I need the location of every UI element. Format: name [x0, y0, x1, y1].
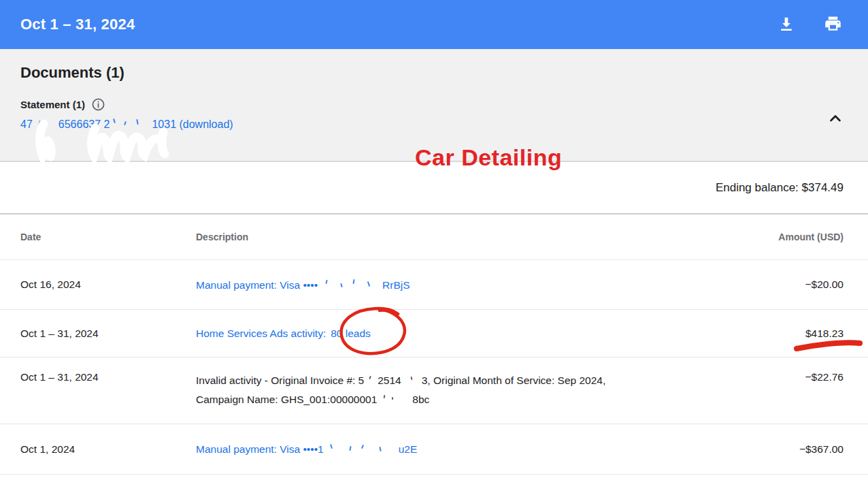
transaction-date: Oct 1, 2024	[20, 443, 196, 456]
erased-text-mark	[340, 283, 342, 287]
erased-text-mark	[361, 445, 364, 449]
transaction-date: Oct 16, 2024	[20, 279, 196, 291]
ads-activity-link[interactable]: Home Services Ads activity: 80 leads	[196, 328, 371, 340]
erased-text-gap	[33, 117, 59, 128]
collapse-section-button[interactable]	[826, 109, 845, 130]
erased-text-mark	[353, 279, 355, 284]
statement-row: Statement (1)	[20, 97, 844, 112]
erased-text-mark	[384, 394, 386, 398]
erased-text-mark	[349, 446, 351, 451]
table-header-row: Date Description Amount (USD)	[0, 214, 868, 260]
erased-text-gap	[318, 278, 382, 289]
chevron-up-icon	[826, 120, 845, 130]
erased-text-gap	[364, 374, 378, 385]
header-actions	[778, 14, 842, 35]
erased-text-mark	[325, 280, 328, 284]
campaign-name-text: Campaign Name: GHS_001:00000001	[196, 390, 377, 409]
info-icon[interactable]	[91, 97, 105, 112]
invalid-activity-text: 3, Original Month of Service: Sep 2024,	[422, 371, 606, 390]
column-header-description: Description	[196, 232, 714, 242]
invalid-activity-line1: Invalid activity - Original Invoice #: 5…	[196, 371, 714, 390]
campaign-name-text: 8bc	[412, 390, 429, 409]
transactions-table: Date Description Amount (USD) Oct 16, 20…	[0, 213, 868, 475]
date-range-header: Oct 1 – 31, 2024	[0, 0, 868, 49]
payment-link-text: Manual payment: Visa ••••	[196, 279, 318, 291]
column-header-date: Date	[20, 232, 196, 242]
erased-text-mark	[367, 281, 371, 287]
invalid-activity-text: 2514	[378, 371, 401, 390]
erased-text-mark	[410, 376, 412, 379]
erased-text-mark	[392, 396, 394, 399]
print-button[interactable]	[824, 14, 842, 35]
erased-text-mark	[38, 121, 41, 126]
erased-text-gap	[324, 443, 399, 454]
transaction-description: Manual payment: Visa ••••1 u2E	[196, 443, 714, 456]
transaction-amount: −$20.00	[714, 279, 844, 291]
table-row: Oct 1 – 31, 2024 Home Services Ads activ…	[0, 310, 868, 357]
date-range-title: Oct 1 – 31, 2024	[20, 16, 135, 33]
statement-link-text: 6566637 2	[59, 118, 110, 131]
statement-download-link[interactable]: 47 6566637 2 1031 (download)	[20, 117, 233, 131]
download-button[interactable]	[778, 15, 795, 35]
transaction-description: Home Services Ads activity: 80 leads	[196, 328, 714, 340]
transaction-date: Oct 1 – 31, 2024	[20, 371, 196, 383]
manual-payment-link[interactable]: Manual payment: Visa •••• RrBjS	[196, 278, 410, 291]
transaction-amount: $418.23	[714, 328, 844, 340]
erased-text-gap	[377, 393, 412, 404]
documents-section: Documents (1) Statement (1) 47 6566637 2	[0, 49, 868, 162]
erased-text-mark	[369, 375, 371, 379]
car-detailing-annotation: Car Detailing	[415, 144, 562, 171]
payment-link-text: RrBjS	[382, 279, 410, 291]
payment-link-text: u2E	[399, 443, 418, 456]
invalid-activity-line2: Campaign Name: GHS_001:00000001 8bc	[196, 390, 714, 409]
column-header-amount: Amount (USD)	[714, 232, 844, 242]
table-row: Oct 1 – 31, 2024 Invalid activity - Orig…	[0, 357, 868, 424]
transaction-description: Manual payment: Visa •••• RrBjS	[196, 278, 714, 291]
erased-text-mark	[113, 118, 116, 123]
table-row: Oct 1, 2024 Manual payment: Visa ••••1 u…	[0, 424, 868, 475]
erased-text-gap	[401, 374, 422, 385]
transaction-amount: −$367.00	[714, 443, 844, 456]
erased-text-gap	[110, 117, 152, 128]
transaction-description: Invalid activity - Original Invoice #: 5…	[196, 371, 714, 409]
transaction-amount: −$22.76	[714, 371, 844, 383]
documents-section-title: Documents (1)	[20, 64, 844, 82]
leads-count-text: 80 leads	[331, 328, 371, 340]
print-icon	[824, 14, 842, 35]
manual-payment-link[interactable]: Manual payment: Visa ••••1 u2E	[196, 443, 417, 456]
transaction-date: Oct 1 – 31, 2024	[20, 328, 196, 340]
erased-text-mark	[137, 119, 139, 125]
erased-text-mark	[379, 447, 381, 451]
activity-link-text: Home Services Ads activity:	[196, 328, 326, 340]
download-icon	[778, 15, 795, 35]
statement-link-text: 1031 (download)	[152, 118, 233, 131]
erased-text-mark	[330, 444, 333, 449]
table-row: Oct 16, 2024 Manual payment: Visa •••• R…	[0, 260, 868, 310]
payment-link-text: Manual payment: Visa ••••1	[196, 443, 324, 456]
erased-text-mark	[124, 121, 127, 125]
statement-label: Statement (1)	[20, 99, 85, 110]
billing-transactions-page: Oct 1 – 31, 2024 Documents (1) Statement…	[0, 0, 868, 493]
ending-balance: Ending balance: $374.49	[716, 181, 844, 195]
invalid-activity-text: Invalid activity - Original Invoice #: 5	[196, 371, 364, 390]
statement-link-text: 47	[20, 118, 33, 131]
